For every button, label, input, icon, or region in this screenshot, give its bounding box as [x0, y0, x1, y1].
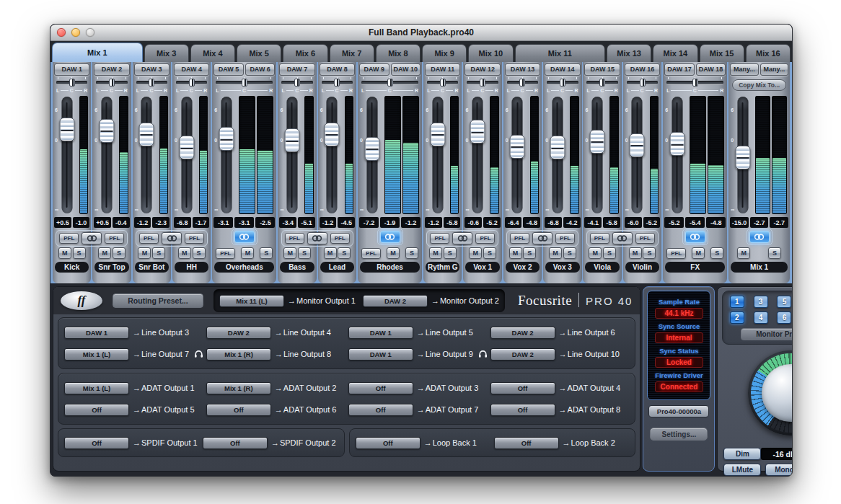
daw-source-button[interactable]: DAW 13: [505, 63, 540, 76]
channel-name[interactable]: Snr Bot: [135, 262, 169, 273]
solo-button[interactable]: S: [152, 247, 165, 259]
many-sources-button[interactable]: Many...: [730, 63, 758, 76]
route-source-button[interactable]: Off: [348, 382, 413, 394]
daw-source-button[interactable]: DAW 6: [245, 63, 276, 76]
daw-source-button[interactable]: DAW 14: [545, 63, 580, 76]
daw-source-button[interactable]: DAW 8: [320, 63, 355, 76]
route-source-button[interactable]: Mix 1 (R): [206, 382, 271, 394]
pfl-button[interactable]: PFL: [59, 233, 79, 244]
route-source-button[interactable]: DAW 1: [64, 327, 129, 339]
monitor-preset-4[interactable]: 4: [754, 311, 768, 324]
fader-thumb[interactable]: [510, 135, 525, 159]
fader-thumb[interactable]: [470, 120, 485, 143]
channel-fader[interactable]: 60∞: [135, 94, 157, 216]
channel-fader[interactable]: 60∞: [545, 94, 567, 216]
pfl-button[interactable]: PFL: [475, 233, 495, 244]
mute-button[interactable]: M: [138, 247, 151, 259]
pfl-button[interactable]: PFL: [285, 233, 304, 244]
solo-button[interactable]: S: [483, 247, 496, 259]
pfl-button[interactable]: PFL: [510, 233, 529, 244]
pan-slider[interactable]: LCR: [467, 76, 498, 94]
mute-button[interactable]: M: [589, 247, 602, 259]
pan-slider[interactable]: LCR: [56, 76, 87, 94]
solo-button[interactable]: S: [444, 247, 457, 259]
tab-mix-16[interactable]: Mix 16: [746, 44, 791, 62]
pfl-button[interactable]: PFL: [666, 248, 686, 259]
pfl-button[interactable]: PFL: [330, 233, 350, 244]
channel-fader[interactable]: 60∞: [426, 94, 447, 216]
tab-mix-11[interactable]: Mix 11: [515, 44, 606, 62]
route-source-button[interactable]: DAW 2: [490, 348, 555, 361]
channel-fader[interactable]: 60∞: [320, 94, 342, 216]
fader-thumb[interactable]: [139, 123, 154, 146]
tab-mix-6[interactable]: Mix 6: [283, 44, 327, 62]
daw-source-button[interactable]: DAW 15: [584, 63, 620, 76]
pan-slider[interactable]: LCR: [427, 76, 458, 94]
pan-thumb[interactable]: [387, 79, 393, 87]
pfl-button[interactable]: PFL: [216, 248, 235, 259]
monitor-volume-knob[interactable]: [748, 350, 793, 436]
route-source-button[interactable]: Off: [494, 437, 559, 449]
pan-thumb[interactable]: [519, 79, 525, 87]
monitor-preset-5[interactable]: 5: [777, 296, 791, 308]
daw-source-button[interactable]: DAW 2: [94, 63, 129, 76]
mute-button[interactable]: M: [283, 247, 296, 259]
stereo-link-button[interactable]: [749, 231, 770, 243]
pan-slider[interactable]: LCR: [361, 76, 418, 94]
stereo-link-button[interactable]: [82, 232, 102, 244]
dim-button[interactable]: Dim: [723, 448, 761, 460]
channel-name[interactable]: Viola: [585, 262, 619, 273]
channel-name[interactable]: Rhodes: [360, 262, 420, 273]
solo-button[interactable]: S: [193, 247, 206, 259]
pan-slider[interactable]: LCR: [586, 76, 617, 94]
daw-source-button[interactable]: DAW 4: [174, 63, 209, 76]
route-source-button[interactable]: DAW 2: [363, 295, 428, 307]
channel-fader[interactable]: 60∞: [625, 94, 647, 216]
channel-fader[interactable]: 60∞: [360, 94, 382, 216]
channel-fader[interactable]: 60∞: [55, 94, 76, 216]
pfl-button[interactable]: PFL: [590, 233, 609, 244]
fader-thumb[interactable]: [284, 128, 299, 152]
pan-slider[interactable]: LCR: [507, 76, 538, 94]
pan-thumb[interactable]: [640, 79, 646, 87]
channel-name[interactable]: Lead: [320, 262, 354, 273]
pfl-button[interactable]: PFL: [635, 233, 655, 244]
channel-name[interactable]: Overheads: [214, 262, 274, 273]
pan-slider[interactable]: LCR: [216, 76, 273, 94]
route-source-button[interactable]: Mix 1 (L): [64, 348, 129, 361]
pan-thumb[interactable]: [149, 79, 154, 87]
monitor-preset-6[interactable]: 6: [777, 311, 791, 324]
route-source-button[interactable]: Off: [348, 404, 413, 416]
copy-mix-button[interactable]: Copy Mix To...: [732, 79, 786, 91]
stereo-link-button[interactable]: [685, 231, 705, 243]
mute-button[interactable]: M: [737, 247, 750, 259]
stereo-link-button[interactable]: [380, 231, 400, 243]
solo-button[interactable]: S: [260, 247, 273, 259]
channel-fader[interactable]: 60∞: [465, 94, 487, 216]
mute-button[interactable]: M: [324, 247, 337, 259]
daw-source-button[interactable]: DAW 9: [359, 63, 389, 76]
pan-slider[interactable]: LCR: [281, 76, 312, 94]
channel-name[interactable]: Bass: [280, 262, 314, 273]
pfl-button[interactable]: PFL: [361, 248, 381, 259]
mute-button[interactable]: M: [629, 247, 642, 259]
device-id-button[interactable]: Pro40-00000a: [648, 405, 709, 417]
channel-name[interactable]: Snr Top: [94, 262, 128, 273]
daw-source-button[interactable]: DAW 5: [213, 63, 244, 76]
channel-name[interactable]: Vox 2: [506, 262, 540, 273]
mute-button[interactable]: M: [692, 247, 705, 259]
monitor-preset-3[interactable]: 3: [754, 296, 768, 308]
daw-source-button[interactable]: DAW 18: [696, 63, 726, 76]
monitor-preset-button[interactable]: Monitor Preset...: [741, 328, 793, 340]
solo-button[interactable]: S: [523, 247, 536, 259]
route-source-button[interactable]: Mix 1 (R): [206, 348, 271, 361]
tab-mix-10[interactable]: Mix 10: [468, 44, 513, 62]
channel-name[interactable]: HH: [175, 262, 208, 273]
route-source-button[interactable]: Off: [206, 404, 271, 416]
daw-source-button[interactable]: DAW 3: [134, 63, 169, 76]
pan-slider[interactable]: LCR: [136, 76, 167, 94]
pan-thumb[interactable]: [334, 79, 340, 87]
solo-button[interactable]: S: [710, 247, 723, 259]
route-source-button[interactable]: Off: [356, 437, 420, 449]
fader-thumb[interactable]: [99, 119, 114, 143]
